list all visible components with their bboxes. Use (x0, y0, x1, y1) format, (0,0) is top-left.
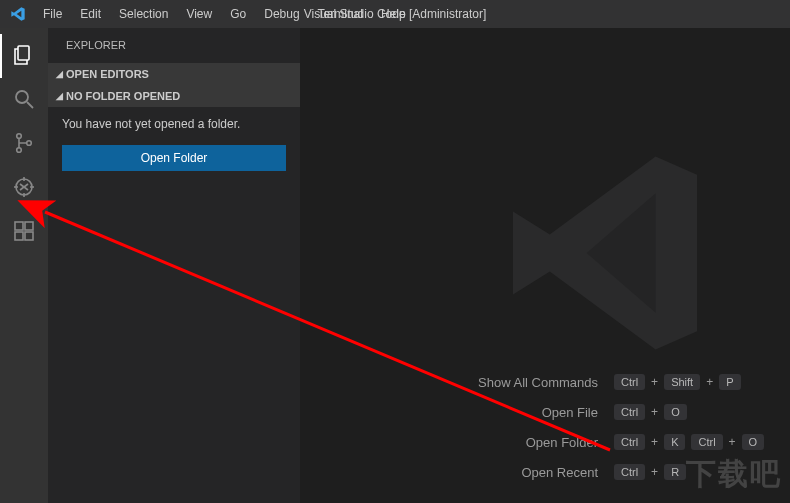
plus-icon: + (706, 375, 713, 389)
keycap: Ctrl (614, 404, 645, 420)
keycap: O (742, 434, 765, 450)
keycap: Ctrl (614, 434, 645, 450)
section-label: NO FOLDER OPENED (66, 85, 180, 107)
menu-debug[interactable]: Debug (255, 0, 308, 28)
open-folder-button[interactable]: Open Folder (62, 145, 286, 171)
activity-extensions[interactable] (0, 210, 48, 254)
activity-search[interactable] (0, 78, 48, 122)
titlebar: File Edit Selection View Go Debug Termin… (0, 0, 790, 28)
chevron-down-icon: ◢ (52, 63, 66, 85)
menu-view[interactable]: View (177, 0, 221, 28)
cmd-label: Open File (454, 405, 614, 420)
cmd-label: Open Folder (454, 435, 614, 450)
window-title: Visual Studio Code [Administrator] (304, 7, 487, 21)
sidebar: EXPLORER ◢ OPEN EDITORS ◢ NO FOLDER OPEN… (48, 28, 300, 503)
search-icon (12, 87, 36, 114)
keycap: O (664, 404, 687, 420)
cmd-open-folder: Open Folder Ctrl + K Ctrl + O (454, 427, 774, 457)
svg-point-5 (27, 140, 32, 145)
plus-icon: + (651, 435, 658, 449)
cmd-label: Show All Commands (454, 375, 614, 390)
plus-icon: + (729, 435, 736, 449)
cmd-show-all-commands: Show All Commands Ctrl + Shift + P (454, 367, 774, 397)
plus-icon: + (651, 375, 658, 389)
plus-icon: + (651, 465, 658, 479)
menu-go[interactable]: Go (221, 0, 255, 28)
editor-area: Show All Commands Ctrl + Shift + P Open … (300, 28, 790, 503)
menu-selection[interactable]: Selection (110, 0, 177, 28)
svg-line-2 (27, 102, 33, 108)
extensions-icon (12, 219, 36, 246)
vscode-logo-icon (8, 4, 28, 24)
svg-rect-14 (15, 232, 23, 240)
svg-point-3 (17, 133, 22, 138)
no-folder-message: You have not yet opened a folder. (62, 117, 286, 131)
chevron-down-icon: ◢ (52, 85, 66, 107)
source-control-icon (12, 131, 36, 158)
cmd-label: Open Recent (454, 465, 614, 480)
activity-debug[interactable] (0, 166, 48, 210)
sidebar-title: EXPLORER (48, 28, 300, 63)
keycap: P (719, 374, 740, 390)
vscode-watermark-icon (490, 138, 720, 371)
keycap: K (664, 434, 685, 450)
keycap: Ctrl (614, 464, 645, 480)
keycap: Shift (664, 374, 700, 390)
cmd-open-file: Open File Ctrl + O (454, 397, 774, 427)
section-open-editors[interactable]: ◢ OPEN EDITORS (48, 63, 300, 85)
keycap: R (664, 464, 686, 480)
activity-explorer[interactable] (0, 34, 48, 78)
menu-file[interactable]: File (34, 0, 71, 28)
activity-source-control[interactable] (0, 122, 48, 166)
svg-rect-0 (18, 46, 29, 60)
section-label: OPEN EDITORS (66, 63, 149, 85)
svg-point-1 (16, 91, 28, 103)
keycap: Ctrl (691, 434, 722, 450)
menu-edit[interactable]: Edit (71, 0, 110, 28)
plus-icon: + (651, 405, 658, 419)
keycap: Ctrl (614, 374, 645, 390)
svg-point-4 (17, 147, 22, 152)
cmd-open-recent: Open Recent Ctrl + R (454, 457, 774, 487)
section-no-folder-opened[interactable]: ◢ NO FOLDER OPENED (48, 85, 300, 107)
welcome-commands: Show All Commands Ctrl + Shift + P Open … (454, 367, 774, 487)
svg-rect-13 (15, 222, 23, 230)
debug-icon (12, 175, 36, 202)
svg-rect-15 (25, 232, 33, 240)
activitybar (0, 28, 48, 503)
svg-rect-16 (25, 222, 33, 230)
files-icon (12, 43, 36, 70)
